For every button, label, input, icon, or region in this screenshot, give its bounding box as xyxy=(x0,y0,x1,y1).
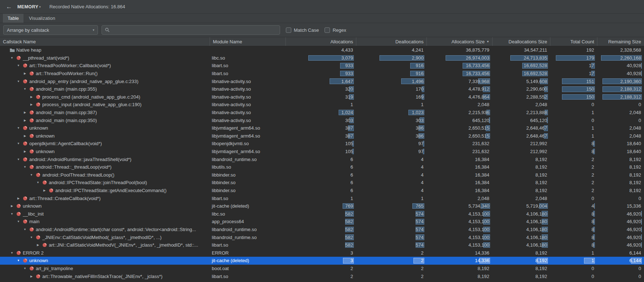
table-row[interactable]: ▼android::IPCThreadState::joinThreadPool… xyxy=(0,179,644,187)
value-text: 231,632 xyxy=(472,149,489,154)
collapsed-arrow-icon[interactable]: ▶ xyxy=(29,275,34,278)
collapsed-arrow-icon[interactable]: ▶ xyxy=(22,111,27,114)
method-icon xyxy=(22,63,28,68)
table-row[interactable]: ▶art::JNI::CallStaticVoidMethodV(_JNIEnv… xyxy=(0,241,644,249)
expanded-arrow-icon[interactable]: ▼ xyxy=(16,220,21,223)
table-row[interactable]: ▶ xyxy=(0,280,644,282)
table-row[interactable]: ▼android_main (main.cpp:355)libnative-ac… xyxy=(0,85,644,93)
expanded-arrow-icon[interactable]: ▼ xyxy=(29,173,34,177)
value-cell: 170 xyxy=(356,85,426,93)
table-row[interactable]: Native heap4,4334,24136,875,77934,547,21… xyxy=(0,46,644,54)
table-row[interactable]: ▶art::Thread::CreateCallback(void*)libar… xyxy=(0,194,644,202)
collapsed-arrow-icon[interactable]: ▶ xyxy=(9,204,14,208)
collapsed-arrow-icon[interactable]: ▶ xyxy=(35,243,40,247)
table-row[interactable]: ▼openjdkjvmti::AgentCallback(void*)libop… xyxy=(0,140,644,148)
column-header-total-count[interactable]: Total Count xyxy=(550,37,597,46)
table-row[interactable]: ▼art_jni_trampolineboot.oat228,1928,1920… xyxy=(0,265,644,273)
table-row[interactable]: ▶android_main (main.cpp:387)libnative-ac… xyxy=(0,109,644,117)
table-row[interactable]: ▼mainapp_process645825744,153,1004,106,1… xyxy=(0,218,644,226)
table-row[interactable]: ▶unknownjit-cache (deleted)7697655,734,3… xyxy=(0,202,644,210)
expanded-arrow-icon[interactable]: ▼ xyxy=(22,165,27,169)
value-text: 3,079 xyxy=(341,55,353,61)
arrange-by-dropdown[interactable]: Arrange by callstack ▾ xyxy=(3,25,98,35)
value-text: 212,992 xyxy=(530,149,547,154)
match-case-option[interactable]: Match Case xyxy=(286,27,319,33)
module-name-cell: libjvmtiagent_arm64.so xyxy=(210,148,285,156)
expanded-arrow-icon[interactable]: ▼ xyxy=(16,126,21,130)
column-header-callstack-name[interactable]: Callstack Name xyxy=(0,37,210,46)
value-cell: 105 xyxy=(285,148,356,156)
table-row[interactable]: ▼unknownjit-cache (deleted)3214,3368,192… xyxy=(0,257,644,265)
table-row[interactable]: ▼__libc_initlibc.so5825744,153,1004,106,… xyxy=(0,210,644,218)
expanded-arrow-icon[interactable]: ▼ xyxy=(16,158,21,161)
regex-checkbox[interactable] xyxy=(325,27,330,33)
table-row[interactable]: ▼android_app_entry (android_native_app_g… xyxy=(0,77,644,85)
expanded-arrow-icon[interactable]: ▼ xyxy=(16,64,21,67)
tab-table[interactable]: Table xyxy=(3,14,23,23)
expanded-arrow-icon[interactable]: ▼ xyxy=(35,181,40,184)
column-header-deallocations[interactable]: Deallocations xyxy=(356,37,426,46)
table-row[interactable]: ▼ERROR 2ERROR3214,3368,19216,144 xyxy=(0,249,644,257)
collapsed-arrow-icon[interactable]: ▶ xyxy=(42,189,47,192)
expanded-arrow-icon[interactable]: ▼ xyxy=(9,56,14,60)
value-cell: 8,192 xyxy=(492,257,550,265)
column-header-allocations[interactable]: Allocations xyxy=(285,37,356,46)
table-row[interactable]: ▼_JNIEnv::CallStaticVoidMethod(_jclass*,… xyxy=(0,233,644,241)
back-button[interactable]: ← xyxy=(4,3,14,10)
table-row[interactable]: ▼__pthread_start(void*)libc.so3,0792,900… xyxy=(0,54,644,62)
expanded-arrow-icon[interactable]: ▼ xyxy=(16,259,21,262)
search-input[interactable] xyxy=(112,27,277,33)
collapsed-arrow-icon[interactable]: ▶ xyxy=(16,197,21,200)
table-row[interactable]: ▶process_input (android_native_app_glue.… xyxy=(0,101,644,109)
value-cell: 2 xyxy=(356,257,426,265)
table-row[interactable]: ▼art::ThreadPoolWorker::Callback(void*)l… xyxy=(0,62,644,70)
table-row[interactable]: ▼android::Thread::_threadLoop(void*)libu… xyxy=(0,163,644,171)
value-cell: 8 xyxy=(550,218,597,226)
table-row[interactable]: ▶unknownlibjvmtiagent_arm64.so3873862,65… xyxy=(0,132,644,140)
table-row[interactable]: ▶art::ThreadPoolWorker::Run()libart.so93… xyxy=(0,70,644,78)
collapsed-arrow-icon[interactable]: ▶ xyxy=(29,95,34,99)
value-text: 319 xyxy=(345,94,353,100)
column-header-deallocations-size[interactable]: Deallocations Size xyxy=(492,37,550,46)
collapsed-arrow-icon[interactable]: ▶ xyxy=(29,103,34,106)
expanded-arrow-icon[interactable]: ▼ xyxy=(22,267,27,270)
table-row[interactable]: ▶process_cmd (android_native_app_glue.c:… xyxy=(0,93,644,101)
regex-option[interactable]: Regex xyxy=(325,27,346,33)
expanded-arrow-icon[interactable]: ▼ xyxy=(22,228,27,231)
table-row[interactable]: ▼unknownlibjvmtiagent_arm64.so3873862,65… xyxy=(0,124,644,132)
collapsed-arrow-icon[interactable]: ▶ xyxy=(22,134,27,138)
collapsed-arrow-icon[interactable]: ▶ xyxy=(22,119,27,122)
table-row[interactable]: ▼android::AndroidRuntime::start(char con… xyxy=(0,226,644,234)
expanded-arrow-icon[interactable]: ▼ xyxy=(22,87,27,91)
expanded-arrow-icon[interactable]: ▼ xyxy=(29,236,34,239)
column-header-remaining-size[interactable]: Remaining Size xyxy=(597,37,644,46)
value-cell: 46,920 xyxy=(597,210,644,218)
value-cell: 8,192 xyxy=(492,163,550,171)
column-header-allocations-size[interactable]: Allocations Size ▼ xyxy=(426,37,492,46)
value-cell: 97 xyxy=(356,140,426,148)
table-row[interactable]: ▼android::AndroidRuntime::javaThreadShel… xyxy=(0,155,644,163)
method-icon xyxy=(29,71,34,76)
table-row[interactable]: ▶android_main (main.cpp:350)libnative-ac… xyxy=(0,116,644,124)
expanded-arrow-icon[interactable]: ▼ xyxy=(9,251,14,255)
expanded-arrow-icon[interactable]: ▼ xyxy=(16,142,21,145)
value-cell: 2 xyxy=(285,272,356,280)
expanded-arrow-icon[interactable]: ▼ xyxy=(9,212,14,216)
match-case-checkbox[interactable] xyxy=(286,27,291,33)
table-row[interactable]: ▶unknownlibjvmtiagent_arm64.so10597231,6… xyxy=(0,148,644,156)
table-row[interactable]: ▶art::Throwable_nativeFillInStackTrace(_… xyxy=(0,272,644,280)
value-text: 1 xyxy=(592,125,594,131)
value-text: 1 xyxy=(592,110,594,115)
session-selector[interactable]: MEMORY ▾ xyxy=(17,4,41,9)
tab-visualization[interactable]: Visualization xyxy=(24,14,60,23)
expanded-arrow-icon[interactable]: ▼ xyxy=(16,80,21,83)
table-row[interactable]: ▼android::PoolThread::threadLoop()libbin… xyxy=(0,171,644,179)
value-cell: 150 xyxy=(550,93,597,101)
callstack-cell: ▶art::JNI::CallStaticVoidMethodV(_JNIEnv… xyxy=(0,241,210,249)
value-text: 4 xyxy=(421,172,424,178)
column-header-module-name[interactable]: Module Name xyxy=(210,37,285,46)
table-row[interactable]: ▶android::IPCThreadState::getAndExecuteC… xyxy=(0,187,644,195)
collapsed-arrow-icon[interactable]: ▶ xyxy=(22,72,27,75)
collapsed-arrow-icon[interactable]: ▶ xyxy=(22,150,27,153)
search-field[interactable] xyxy=(102,25,280,35)
